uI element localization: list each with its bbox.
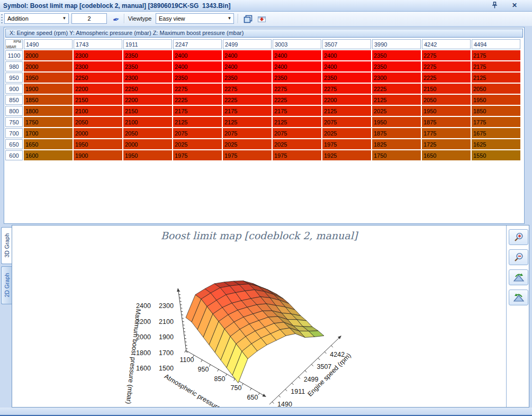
row-header[interactable]: 900	[5, 84, 23, 94]
map-cell[interactable]: 2350	[123, 61, 172, 71]
map-cell[interactable]: 2225	[223, 95, 272, 105]
cascade-windows-button[interactable]	[241, 13, 255, 25]
map-cell[interactable]: 2000	[24, 50, 73, 60]
map-cell[interactable]: 2125	[273, 117, 321, 127]
map-cell[interactable]: 1850	[24, 95, 73, 105]
map-cell[interactable]: 1925	[322, 150, 371, 160]
operation-combobox[interactable]: Addition ▼	[4, 13, 69, 24]
map-cell[interactable]: 2125	[372, 95, 421, 105]
map-cell[interactable]: 2175	[472, 50, 520, 60]
map-cell[interactable]: 2025	[223, 139, 272, 149]
map-cell[interactable]: 2400	[273, 61, 321, 71]
map-cell[interactable]: 1950	[472, 95, 520, 105]
map-cell[interactable]: 1650	[24, 139, 73, 149]
viewtype-combobox[interactable]: Easy view ▼	[156, 13, 234, 24]
map-cell[interactable]: 2300	[123, 73, 172, 83]
pen-apply-button[interactable]: ✒	[109, 13, 123, 25]
row-header[interactable]: 700	[5, 128, 23, 138]
map-cell[interactable]: 2200	[322, 95, 371, 105]
row-header[interactable]: 650	[5, 139, 23, 149]
map-cell[interactable]: 2275	[173, 84, 222, 94]
row-header[interactable]: 800	[5, 106, 23, 116]
map-cell[interactable]: 2025	[322, 128, 371, 138]
map-cell[interactable]: 2200	[123, 95, 172, 105]
map-cell[interactable]: 2075	[173, 128, 222, 138]
map-cell[interactable]: 2300	[74, 50, 122, 60]
map-cell[interactable]: 2400	[223, 61, 272, 71]
map-cell[interactable]: 2350	[273, 73, 321, 83]
map-cell[interactable]: 2150	[74, 95, 122, 105]
map-cell[interactable]: 2300	[74, 61, 122, 71]
map-cell[interactable]: 1975	[322, 139, 371, 149]
map-cell[interactable]: 2050	[123, 128, 172, 138]
map-cell[interactable]: 1975	[223, 150, 272, 160]
zoom-in-button[interactable]	[509, 229, 528, 245]
map-cell[interactable]: 2225	[273, 95, 321, 105]
map-cell[interactable]: 2175	[273, 106, 321, 116]
map-cell[interactable]: 2275	[422, 50, 471, 60]
map-cell[interactable]: 2225	[173, 95, 222, 105]
col-header[interactable]: 4242	[422, 39, 471, 49]
map-cell[interactable]: 1750	[24, 117, 73, 127]
map-cell[interactable]: 1875	[372, 128, 421, 138]
map-cell[interactable]: 2350	[372, 50, 421, 60]
map-cell[interactable]: 1750	[372, 150, 421, 160]
map-cell[interactable]: 1675	[472, 128, 520, 138]
map-cell[interactable]: 2125	[472, 73, 520, 83]
map-cell[interactable]: 2250	[123, 84, 172, 94]
col-header[interactable]: 1743	[74, 39, 122, 49]
map-cell[interactable]: 1875	[422, 117, 471, 127]
map-cell[interactable]: 2400	[173, 50, 222, 60]
map-cell[interactable]: 2350	[173, 73, 222, 83]
map-cell[interactable]: 1950	[123, 150, 172, 160]
map-cell[interactable]: 2225	[422, 73, 471, 83]
col-header[interactable]: 3507	[322, 39, 371, 49]
map-cell[interactable]: 2275	[223, 84, 272, 94]
map-cell[interactable]: 2075	[273, 128, 321, 138]
map-cell[interactable]: 2150	[422, 84, 471, 94]
map-cell[interactable]: 2100	[74, 106, 122, 116]
map-cell[interactable]: 2025	[173, 139, 222, 149]
map-cell[interactable]: 2025	[273, 139, 321, 149]
map-cell[interactable]: 1800	[24, 106, 73, 116]
map-cell[interactable]: 1950	[422, 106, 471, 116]
row-header[interactable]: 750	[5, 117, 23, 127]
map-cell[interactable]: 2075	[223, 128, 272, 138]
map-cell[interactable]: 2050	[422, 95, 471, 105]
map-cell[interactable]: 2275	[422, 61, 471, 71]
map-cell[interactable]: 1650	[422, 150, 471, 160]
map-cell[interactable]: 2350	[223, 73, 272, 83]
map-cell[interactable]: 2225	[372, 84, 421, 94]
map-cell[interactable]: 2275	[322, 84, 371, 94]
map-cell[interactable]: 1725	[422, 139, 471, 149]
map-cell[interactable]: 2100	[123, 117, 172, 127]
map-cell[interactable]: 1950	[372, 117, 421, 127]
map-cell[interactable]: 2200	[74, 84, 122, 94]
map-cell[interactable]: 1950	[24, 73, 73, 83]
map-cell[interactable]: 1975	[173, 150, 222, 160]
map-cell[interactable]: 1600	[24, 150, 73, 160]
map-cell[interactable]: 2400	[322, 61, 371, 71]
map-cell[interactable]: 2350	[322, 73, 371, 83]
map-cell[interactable]: 1975	[273, 150, 321, 160]
row-header[interactable]: 980	[5, 61, 23, 71]
map-cell[interactable]: 2250	[74, 73, 122, 83]
pin-icon[interactable]	[490, 2, 499, 10]
map-cell[interactable]: 2275	[273, 84, 321, 94]
rotate-up-button[interactable]	[509, 269, 528, 285]
col-header[interactable]: 3003	[273, 39, 321, 49]
rotate-down-button[interactable]	[509, 290, 528, 305]
map-cell[interactable]: 2125	[322, 106, 371, 116]
map-cell[interactable]: 1700	[24, 128, 73, 138]
col-header[interactable]: 1490	[24, 39, 73, 49]
map-cell[interactable]: 2050	[74, 117, 122, 127]
map-cell[interactable]: 2400	[273, 50, 321, 60]
col-header[interactable]: 2499	[223, 39, 272, 49]
map-cell[interactable]: 2000	[24, 61, 73, 71]
close-icon[interactable]: ✕	[510, 2, 519, 10]
tab-2d-graph[interactable]: 2D Graph	[1, 266, 12, 304]
map-cell[interactable]: 2125	[223, 117, 272, 127]
map-cell[interactable]: 2175	[173, 106, 222, 116]
map-cell[interactable]: 1850	[472, 106, 520, 116]
map-cell[interactable]: 2300	[372, 73, 421, 83]
